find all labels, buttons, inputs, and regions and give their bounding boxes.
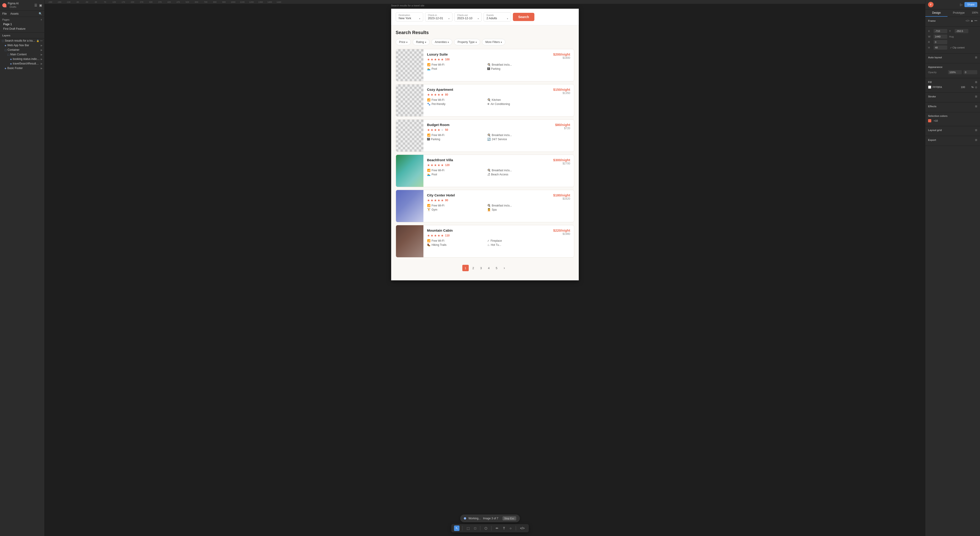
- filter-property-type[interactable]: Property Type ▾: [454, 39, 480, 45]
- page-button-2[interactable]: 2: [470, 265, 477, 271]
- assets-tab[interactable]: Assets: [10, 12, 19, 15]
- selection-colors-label: Selection colors: [928, 115, 948, 117]
- listing-card-cozy-apartment[interactable]: Cozy Apartment ★ ★ ★ ★ ★ 80: [396, 84, 574, 117]
- h-input[interactable]: [934, 46, 947, 49]
- listing-card-luxury-suite[interactable]: Luxury Suite ★ ★ ★ ★ ★ 100: [396, 49, 574, 81]
- checkout-dropdown[interactable]: Check-out 2023-12-10 ▾: [454, 12, 482, 22]
- code-view-icon[interactable]: </>: [966, 19, 969, 22]
- pages-label: Pages: [2, 18, 10, 21]
- pagination: 1 2 3 4 5 ›: [396, 260, 574, 276]
- layout-grid-add-icon[interactable]: ⊞: [975, 129, 977, 132]
- page-button-4[interactable]: 4: [486, 265, 492, 271]
- select-tool-button[interactable]: ↖: [454, 525, 460, 531]
- stroke-label: Stroke: [928, 95, 936, 98]
- page-button-1[interactable]: 1: [462, 265, 469, 271]
- rotation-input[interactable]: [934, 40, 947, 44]
- panels-icon[interactable]: ▣: [39, 3, 42, 7]
- checkin-dropdown[interactable]: Check-in 2023-12-01 ▾: [425, 12, 452, 22]
- layer-options[interactable]: ▶: [41, 62, 43, 65]
- ruler-mark: 900: [220, 1, 229, 3]
- effects-add-icon[interactable]: ⊞: [975, 105, 977, 108]
- layer-container[interactable]: ⬚ Container ▶: [0, 48, 45, 52]
- x-label: X: [928, 30, 932, 32]
- layer-options[interactable]: ▶: [41, 67, 43, 70]
- export-add-icon[interactable]: ⊞: [975, 138, 977, 142]
- selection-color-swatch[interactable]: [928, 119, 931, 122]
- w-input[interactable]: [934, 35, 947, 39]
- x-input[interactable]: [934, 29, 947, 33]
- opacity-input[interactable]: [948, 70, 962, 74]
- page-item-1[interactable]: Page 1: [2, 22, 42, 27]
- layer-options[interactable]: ▶: [41, 49, 43, 51]
- code-tool-button[interactable]: </>: [519, 525, 526, 531]
- breakfast-icon: 🍳: [487, 169, 491, 172]
- guests-dropdown[interactable]: Guests 2 Adults ▾: [484, 12, 511, 22]
- amenity-label: Free Wi-Fi: [432, 63, 444, 66]
- layer-options[interactable]: ▶: [41, 44, 43, 47]
- filter-more[interactable]: More Filters ▾: [482, 39, 505, 45]
- page-item-2[interactable]: First Draft Feature: [2, 27, 42, 31]
- layer-travel-search[interactable]: ◈ travelSearchResultsWithIma... ▶: [0, 61, 45, 66]
- page-button-3[interactable]: 3: [478, 265, 484, 271]
- rect-tool-button[interactable]: □: [473, 525, 477, 531]
- opacity-label: Opacity: [928, 71, 946, 74]
- add-page-button[interactable]: +: [41, 18, 42, 21]
- position-row: X Y: [928, 29, 977, 33]
- frame-tool-button[interactable]: ⬚: [465, 525, 471, 531]
- layer-options[interactable]: ▶: [41, 53, 43, 56]
- listing-card-beachfront-villa[interactable]: Beachfront Villa ★ ★ ★ ★ ★ 120: [396, 154, 574, 187]
- fill-color-swatch[interactable]: [928, 86, 931, 89]
- layer-options[interactable]: ▶: [41, 58, 43, 60]
- tab-prototype[interactable]: Prototype: [948, 10, 970, 17]
- fill-visibility-icon[interactable]: ◎: [975, 86, 977, 89]
- layout-grid-section: Layout grid ⊞: [925, 126, 980, 136]
- fill-add-icon[interactable]: ⊞: [975, 81, 977, 84]
- canvas-scroll[interactable]: Search results for a travel site Destina…: [45, 4, 925, 536]
- listing-card-city-center-hotel[interactable]: City Center Hotel ★ ★ ★ ★ ★ 90: [396, 190, 574, 222]
- file-tab[interactable]: File: [2, 12, 6, 15]
- filter-more-label: More Filters: [485, 40, 500, 44]
- page-next-button[interactable]: ›: [501, 265, 508, 271]
- fill-icon[interactable]: ◆: [971, 19, 973, 22]
- corner-radius-input[interactable]: [964, 70, 977, 74]
- tab-design[interactable]: Design: [925, 10, 948, 17]
- destination-dropdown[interactable]: Destination New York ▾: [396, 12, 423, 22]
- price-per-night: $180/night: [553, 193, 570, 197]
- text-tool-button[interactable]: T: [502, 525, 506, 531]
- ellipse-tool-button[interactable]: ○: [508, 525, 513, 531]
- price-total: $1980: [563, 232, 570, 235]
- auto-layout-add-icon[interactable]: ⊞: [975, 56, 977, 59]
- layer-basic-footer[interactable]: ◈ Basic Footer ▶: [0, 66, 45, 70]
- amenity-parking: 🅿Parking: [427, 138, 483, 141]
- play-button[interactable]: ▷: [960, 3, 963, 6]
- filter-amenities[interactable]: Amenities ▾: [431, 39, 452, 45]
- page-button-5[interactable]: 5: [493, 265, 500, 271]
- checkin-label: Check-in: [428, 14, 450, 16]
- stroke-add-icon[interactable]: ⊞: [975, 95, 977, 98]
- share-button[interactable]: Share: [964, 2, 977, 7]
- layer-main-content[interactable]: ⬚ Main Content ▶: [0, 52, 45, 57]
- search-icon[interactable]: 🔍: [39, 12, 42, 15]
- user-avatar: F: [928, 2, 934, 7]
- listing-card-mountain-cabin[interactable]: Mountain Cabin ★ ★ ★ ★ ★ 110: [396, 225, 574, 258]
- search-button[interactable]: Search: [513, 13, 535, 21]
- auto-layout-label: Auto layout: [928, 56, 942, 59]
- stop-button[interactable]: Stop Esc: [502, 516, 516, 520]
- filter-price[interactable]: Price ▾: [396, 39, 411, 45]
- layer-options[interactable]: •••: [40, 40, 43, 42]
- amenity-kitchen: 🍳Kitchen: [487, 98, 543, 102]
- filter-rating[interactable]: Rating ▾: [413, 39, 430, 45]
- layer-booking-status[interactable]: ◈ booking status indicator ▶: [0, 57, 45, 61]
- layer-search-results-frame[interactable]: ⬚ Search results for a travel site 🔒 •••: [0, 38, 45, 43]
- pen-tool-button[interactable]: ✏: [494, 525, 500, 531]
- overflow-icon[interactable]: •••: [974, 19, 977, 22]
- menu-icon[interactable]: ☰: [34, 3, 37, 7]
- stroke-section: Stroke ⊞: [925, 92, 980, 102]
- listing-name: Beachfront Villa: [427, 158, 543, 162]
- listing-card-budget-room[interactable]: Budget Room ★ ★ ★ ★ ★ 50: [396, 119, 574, 152]
- left-panel: Figma AI Drafts ☰ ▣ File Assets 🔍 Pages …: [0, 0, 45, 536]
- destination-label: Destination: [399, 14, 420, 16]
- y-input[interactable]: [955, 29, 968, 33]
- layer-nav-bar[interactable]: ◈ Web App Nav Bar ▶: [0, 43, 45, 48]
- vector-tool-button[interactable]: ⬡: [483, 525, 488, 531]
